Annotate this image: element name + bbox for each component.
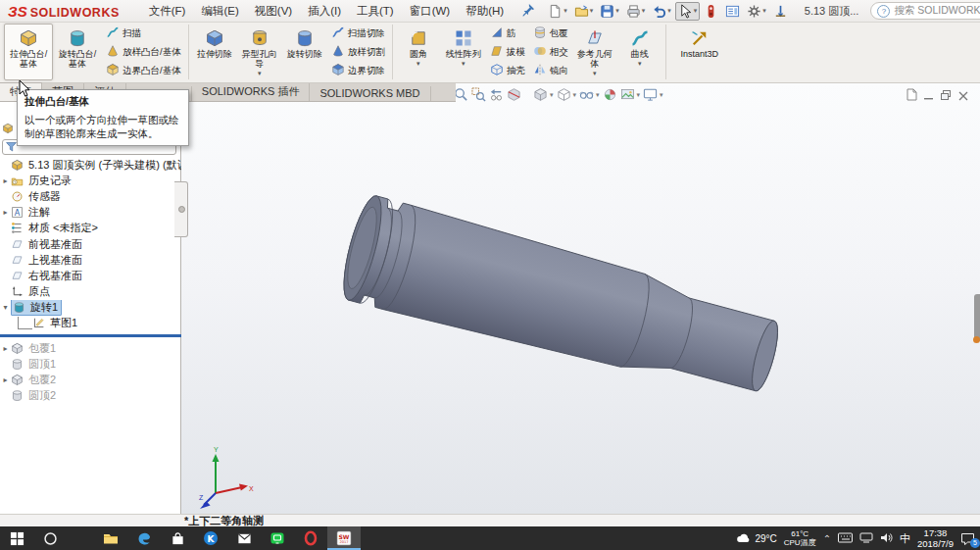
taskbar-cortana-button[interactable] — [33, 526, 67, 550]
menu-item-5[interactable]: 窗口(W) — [402, 2, 459, 21]
hide-show-items-button[interactable]: ▾ — [579, 87, 600, 102]
ribbon-button-intersect[interactable]: 相交 — [530, 44, 571, 61]
selection-filter-button[interactable] — [701, 2, 721, 21]
graphics-viewport[interactable]: Y X Z ▾▾▾▾▾ — [181, 83, 980, 514]
tree-item-1[interactable]: 传感器 — [0, 188, 181, 204]
clock-widget[interactable]: 17:38 2018/7/9 — [917, 527, 954, 550]
refgeom-dropdown-icon[interactable]: ▾ — [593, 70, 597, 77]
search-input[interactable]: 搜索 SOLIDWORKS 帮助 — [894, 4, 980, 18]
tree-item-6[interactable]: 右视基准面 — [0, 268, 181, 283]
menu-item-3[interactable]: 插入(I) — [300, 2, 349, 21]
display-style-dropdown-icon[interactable]: ▾ — [573, 91, 577, 99]
tree-item-13[interactable]: ▸包覆2 — [0, 372, 181, 387]
ribbon-button-cut-boundary[interactable]: 边界切除 — [328, 63, 388, 79]
ribbon-button-refgeom[interactable]: 参考几何体▾ — [572, 24, 617, 80]
rollback-bar[interactable] — [0, 334, 181, 337]
tray-expand-chevron[interactable]: ⌃ — [823, 533, 831, 544]
ime-indicator[interactable]: 中 — [900, 531, 910, 546]
new-doc-dropdown-icon[interactable]: ▾ — [564, 7, 567, 15]
tree-item-8[interactable]: ▾旋转1 — [0, 300, 181, 316]
view-settings-button[interactable]: ▾ — [643, 87, 663, 102]
tree-selected-item[interactable]: 旋转1 — [11, 300, 62, 316]
tree-item-3[interactable]: 材质 <未指定> — [0, 221, 181, 236]
ribbon-button-mirror[interactable]: 镜向 — [530, 63, 571, 79]
new-doc-button[interactable]: ▾ — [545, 2, 570, 21]
child-close-button[interactable] — [958, 87, 968, 105]
taskbar-mail-button[interactable] — [227, 526, 261, 550]
hole-wizard-dropdown-icon[interactable]: ▾ — [258, 70, 262, 77]
taskbar-store-button[interactable] — [161, 526, 194, 550]
ribbon-button-draft[interactable]: 拔模 — [487, 44, 528, 61]
ribbon-button-cut-revolve[interactable]: 旋转切除 — [282, 24, 327, 80]
tree-item-4[interactable]: 前视基准面 — [0, 236, 181, 252]
network-icon[interactable] — [859, 532, 873, 545]
tree-item-9[interactable]: 草图1 — [0, 316, 181, 331]
tab-cm-5[interactable]: SOLIDWORKS MBD — [310, 86, 430, 101]
tree-item-14[interactable]: 圆顶2 — [0, 388, 181, 404]
cpu-temp-widget[interactable]: 61°C CPU温度 — [784, 529, 816, 547]
tree-expand-arrow[interactable]: ▾ — [0, 303, 11, 312]
search-box[interactable]: ? 搜索 SOLIDWORKS 帮助 ▾ — [870, 2, 980, 20]
save-button[interactable]: ▾ — [597, 2, 622, 21]
tree-item-11[interactable]: ▸包覆1 — [0, 340, 181, 356]
ribbon-button-boundary[interactable]: 边界凸台/基体 — [103, 63, 184, 79]
ribbon-button-pattern[interactable]: 线性阵列▾ — [441, 24, 486, 80]
tree-item-2[interactable]: ▸A注解 — [0, 205, 181, 221]
open-button[interactable]: ▾ — [571, 2, 597, 21]
task-pane-handle[interactable] — [974, 294, 980, 341]
view-settings-dropdown-icon[interactable]: ▾ — [660, 91, 663, 99]
ribbon-button-fillet[interactable]: 圆角▾ — [396, 24, 441, 80]
tree-item-12[interactable]: 圆顶1 — [0, 356, 181, 372]
ribbon-button-rib[interactable]: 筋 — [487, 25, 528, 42]
child-restore-button[interactable] — [941, 87, 952, 105]
ribbon-button-instant3d[interactable]: Instant3D — [669, 24, 730, 80]
menu-item-2[interactable]: 视图(V) — [247, 2, 300, 21]
bullet-model-canvas[interactable]: Y X Z — [181, 83, 980, 514]
view-orientation-button[interactable]: ▾ — [533, 87, 554, 102]
taskbar-k-app-button[interactable]: K — [194, 526, 227, 550]
bullet-cartridge-model[interactable] — [336, 193, 787, 411]
pattern-dropdown-icon[interactable]: ▾ — [462, 60, 466, 68]
ribbon-button-cut-extrude[interactable]: 拉伸切除 — [192, 24, 237, 80]
undo-button[interactable]: ▾ — [649, 2, 674, 21]
tree-expand-arrow[interactable]: ▸ — [0, 176, 11, 185]
apply-scene-dropdown-icon[interactable]: ▾ — [637, 91, 641, 99]
zoom-area-button[interactable] — [471, 87, 486, 102]
ribbon-button-sweep[interactable]: 扫描 — [103, 25, 184, 42]
tree-item-0[interactable]: ▸历史记录 — [0, 173, 181, 188]
measure-tool-button[interactable] — [770, 2, 791, 21]
volume-icon[interactable] — [880, 532, 893, 545]
undo-dropdown-icon[interactable]: ▾ — [667, 7, 671, 15]
options-gear-dropdown-icon[interactable]: ▾ — [762, 7, 766, 15]
taskbar-opera-button[interactable] — [294, 526, 327, 550]
hide-show-items-dropdown-icon[interactable]: ▾ — [596, 91, 600, 99]
tree-expand-arrow[interactable]: ▸ — [0, 344, 11, 353]
view-orientation-dropdown-icon[interactable]: ▾ — [550, 91, 554, 99]
ribbon-button-hole-wizard[interactable]: 异型孔向导▾ — [237, 24, 282, 80]
weather-widget[interactable]: 29°C — [736, 532, 776, 544]
select-cursor-button[interactable]: ▾ — [675, 2, 701, 21]
tree-item-7[interactable]: 原点 — [0, 284, 181, 300]
menu-item-0[interactable]: 文件(F) — [141, 2, 194, 21]
edit-appearance-button[interactable] — [603, 87, 617, 102]
child-minimize-button[interactable] — [924, 87, 934, 105]
feature-manager-tab-icon[interactable] — [2, 123, 14, 136]
ribbon-button-loft[interactable]: 放样凸台/基体 — [103, 44, 184, 61]
open-dropdown-icon[interactable]: ▾ — [590, 7, 594, 15]
fillet-dropdown-icon[interactable]: ▾ — [416, 60, 420, 68]
ribbon-button-cut-sweep[interactable]: 扫描切除 — [328, 25, 388, 42]
taskbar-iqiyi-button[interactable] — [261, 526, 294, 550]
ribbon-button-wrap[interactable]: 包覆 — [530, 25, 571, 42]
zoom-fit-button[interactable] — [454, 87, 468, 102]
menu-item-6[interactable]: 帮助(H) — [458, 2, 512, 21]
ribbon-button-shell[interactable]: 抽壳 — [487, 63, 528, 79]
print-dropdown-icon[interactable]: ▾ — [642, 7, 646, 15]
touch-keyboard-icon[interactable] — [838, 532, 853, 545]
save-dropdown-icon[interactable]: ▾ — [615, 7, 619, 15]
taskbar-start-button[interactable] — [0, 526, 33, 550]
previous-view-button[interactable] — [489, 87, 504, 102]
ribbon-button-curves[interactable]: 曲线▾ — [617, 24, 662, 80]
pin-menubar-icon[interactable] — [521, 3, 535, 19]
menu-item-4[interactable]: 工具(T) — [349, 2, 402, 21]
taskbar-explorer-button[interactable] — [94, 526, 127, 550]
